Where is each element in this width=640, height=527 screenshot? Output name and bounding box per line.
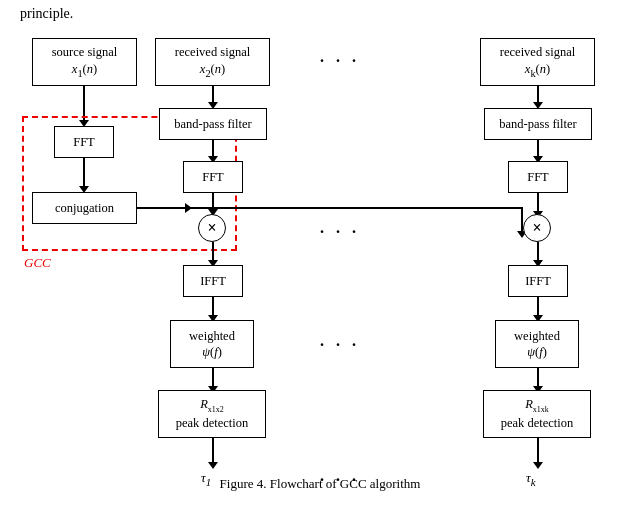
fftk-label: FFT (527, 169, 549, 185)
peak-2-label-2: peak detection (176, 415, 249, 431)
weighted-k-label: weighted (514, 328, 560, 344)
weighted-k-math: ψ(f) (527, 344, 547, 360)
fftk-box: FFT (508, 161, 568, 193)
bandpass-2-label: band-pass filter (174, 116, 251, 132)
received-signal-2-box: received signal x2(n) (155, 38, 270, 86)
bandpass-2-box: band-pass filter (159, 108, 267, 140)
arrow-conj-to-multk-h (137, 207, 522, 209)
peak-k-box: Rx1xk peak detection (483, 390, 591, 438)
dots-middle: · · · (320, 223, 360, 241)
diagram: source signal x1(n) FFT conjugation GCC … (10, 28, 630, 498)
gcc-label: GCC (24, 255, 51, 271)
weighted-2-math: ψ(f) (202, 344, 222, 360)
received-signal-k-math: xk(n) (525, 61, 550, 80)
ifftk-label: IFFT (525, 273, 551, 289)
fft2-box: FFT (183, 161, 243, 193)
bandpass-k-label: band-pass filter (499, 116, 576, 132)
received-signal-k-label: received signal (500, 44, 575, 60)
ifft2-box: IFFT (183, 265, 243, 297)
multiply-circle-2: × (198, 214, 226, 242)
weighted-2-box: weighted ψ(f) (170, 320, 254, 368)
arrowhead-to-tauk (533, 462, 543, 469)
bandpass-k-box: band-pass filter (484, 108, 592, 140)
peak-k-label-1: Rx1xk (525, 396, 549, 415)
weighted-2-label: weighted (189, 328, 235, 344)
source-signal-math: x1(n) (72, 61, 97, 80)
multiply-circle-k: × (523, 214, 551, 242)
intro-text: principle. (20, 6, 73, 22)
received-signal-2-math: x2(n) (200, 61, 225, 80)
received-signal-k-box: received signal xk(n) (480, 38, 595, 86)
peak-2-label-1: Rx1x2 (200, 396, 224, 415)
peak-2-box: Rx1x2 peak detection (158, 390, 266, 438)
ifft2-label: IFFT (200, 273, 226, 289)
peak-k-label-2: peak detection (501, 415, 574, 431)
source-signal-label: source signal (52, 44, 118, 60)
ifftk-box: IFFT (508, 265, 568, 297)
arrowhead-to-tau1 (208, 462, 218, 469)
dots-top: · · · (320, 52, 360, 70)
received-signal-2-label: received signal (175, 44, 250, 60)
dots-lower: · · · (320, 336, 360, 354)
fft2-label: FFT (202, 169, 224, 185)
weighted-k-box: weighted ψ(f) (495, 320, 579, 368)
figure-caption: Figure 4. Flowchart of GCC algorithm (10, 476, 630, 492)
source-signal-box: source signal x1(n) (32, 38, 137, 86)
